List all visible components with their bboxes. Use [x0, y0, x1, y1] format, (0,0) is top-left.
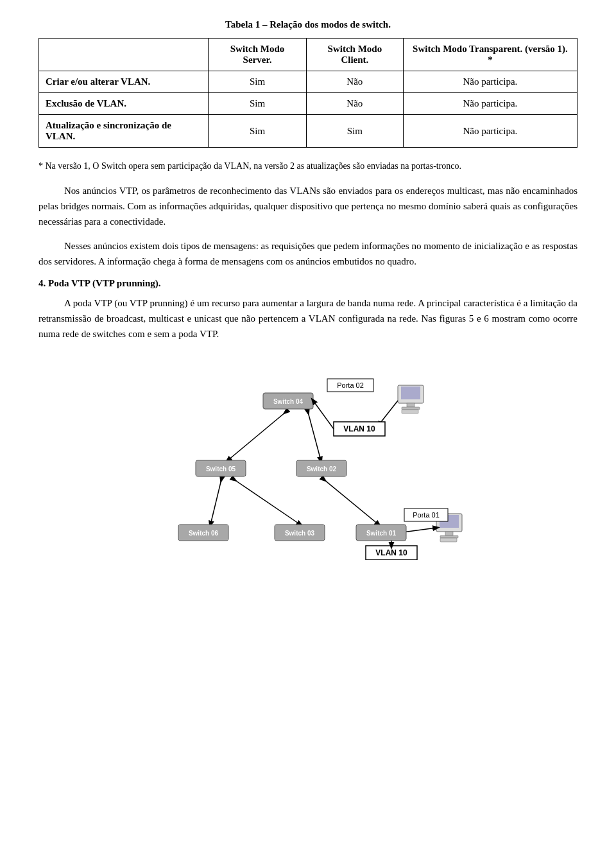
row-0-col1: Sim [209, 71, 307, 93]
table-row: Atualização e sincronização de VLAN. Sim… [39, 115, 578, 148]
svg-text:VLAN 10: VLAN 10 [375, 548, 407, 557]
svg-line-37 [313, 401, 334, 429]
svg-text:Switch 02: Switch 02 [307, 465, 337, 473]
svg-rect-14 [440, 538, 457, 542]
svg-rect-7 [407, 403, 415, 407]
table-row: Criar e/ou alterar VLAN. Sim Não Não par… [39, 71, 578, 93]
svg-text:Switch 04: Switch 04 [273, 398, 304, 405]
svg-rect-9 [402, 410, 418, 413]
row-1-col1: Sim [209, 93, 307, 115]
row-0-col2: Não [306, 71, 403, 93]
section-4-paragraph-1: A poda VTP (ou VTP prunning) é um recurs… [38, 295, 578, 342]
row-0-col3: Não participa. [403, 71, 577, 93]
row-2-col2: Sim [306, 115, 403, 148]
row-header-2: Atualização e sincronização de VLAN. [39, 115, 209, 148]
row-2-col1: Sim [209, 115, 307, 148]
header-col0 [39, 39, 209, 71]
paragraph-1: Nos anúncios VTP, os parâmetros de recon… [38, 183, 578, 229]
header-col1: Switch Modo Server. [209, 39, 307, 71]
table-header-row: Switch Modo Server. Switch Modo Client. … [39, 39, 578, 71]
svg-line-3 [234, 480, 300, 525]
table-title: Tabela 1 – Relação dos modos de switch. [38, 19, 578, 30]
svg-line-1 [308, 412, 321, 460]
row-header-0: Criar e/ou alterar VLAN. [39, 71, 209, 93]
section-4-heading: 4. Poda VTP (VTP prunning). [38, 278, 578, 289]
svg-text:VLAN 10: VLAN 10 [343, 424, 375, 433]
row-1-col2: Não [306, 93, 403, 115]
svg-line-4 [324, 480, 379, 525]
svg-rect-6 [401, 387, 420, 399]
paragraph-2: Nesses anúncios existem dois tipos de me… [38, 238, 578, 269]
svg-rect-13 [440, 535, 458, 538]
svg-rect-8 [402, 407, 420, 410]
svg-text:Porta 02: Porta 02 [337, 381, 364, 389]
svg-text:Switch 01: Switch 01 [366, 530, 397, 537]
svg-text:Switch 05: Switch 05 [206, 465, 236, 473]
row-2-col3: Não participa. [403, 115, 577, 148]
svg-line-2 [210, 480, 221, 525]
table-row: Exclusão de VLAN. Sim Não Não participa. [39, 93, 578, 115]
header-col3: Switch Modo Transparent. (versão 1). * [403, 39, 577, 71]
svg-rect-12 [445, 532, 453, 535]
header-col2: Switch Modo Client. [306, 39, 403, 71]
main-table: Switch Modo Server. Switch Modo Client. … [38, 38, 578, 148]
network-diagram: VLAN 10 VLAN 10 Porta 02 Porta 01 Switch… [38, 354, 578, 560]
svg-text:Switch 03: Switch 03 [285, 530, 315, 537]
row-header-1: Exclusão de VLAN. [39, 93, 209, 115]
table-footnote: * Na versão 1, O Switch opera sem partic… [38, 159, 578, 173]
svg-text:Switch 06: Switch 06 [189, 530, 219, 537]
svg-line-0 [228, 412, 286, 460]
svg-text:Porta 01: Porta 01 [413, 511, 440, 519]
row-1-col3: Não participa. [403, 93, 577, 115]
